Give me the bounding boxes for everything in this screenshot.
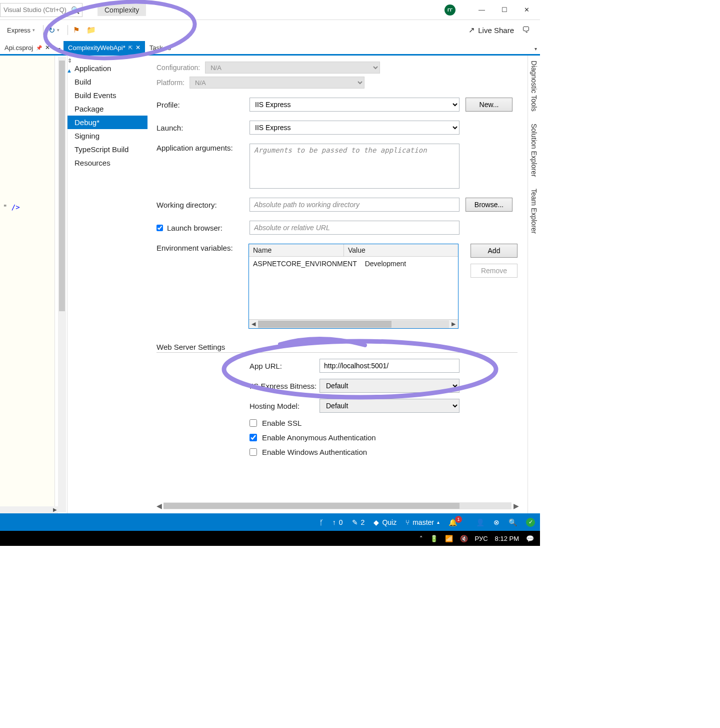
document-tab-strip: Api.csproj 📌 ✕ ▾ ComplexityWebApi* ⇱ ✕ T… bbox=[0, 40, 540, 54]
tab-list-dropdown[interactable]: ▾ bbox=[531, 43, 540, 54]
feedback-button[interactable]: 🗨 bbox=[520, 25, 532, 36]
refresh-button[interactable]: ↻ ▾ bbox=[46, 25, 62, 36]
close-icon[interactable]: ✕ bbox=[136, 44, 140, 51]
tool-button-2[interactable]: 📁 bbox=[84, 25, 98, 36]
app-url-input[interactable] bbox=[320, 359, 460, 373]
property-page-nav: Application Build Build Events Package D… bbox=[68, 56, 148, 513]
hosting-model-label: Hosting Model: bbox=[250, 402, 320, 410]
status-cloud-icon[interactable]: ⊗ bbox=[494, 518, 500, 526]
hosting-model-select[interactable]: Default bbox=[320, 399, 460, 413]
doc-tab-csproj[interactable]: Api.csproj 📌 ✕ bbox=[0, 41, 54, 54]
workdir-input[interactable] bbox=[250, 198, 460, 212]
refresh-icon: ↻ bbox=[48, 26, 55, 35]
tab-overflow-btn[interactable]: ▾ bbox=[54, 43, 64, 54]
left-editor-gutter: ▶ " /> ⇕ ▲ bbox=[0, 56, 68, 513]
launch-browser-label: Launch browser: bbox=[167, 224, 222, 232]
nav-build[interactable]: Build bbox=[68, 75, 148, 89]
nav-resources[interactable]: Resources bbox=[68, 156, 148, 170]
nav-typescript-build[interactable]: TypeScript Build bbox=[68, 143, 148, 156]
live-share-button[interactable]: ↗ Live Share bbox=[468, 26, 514, 35]
env-row[interactable]: ASPNETCORE_ENVIRONMENT Development bbox=[249, 257, 458, 271]
iis-bitness-select[interactable]: Default bbox=[320, 379, 460, 393]
browse-button[interactable]: Browse... bbox=[466, 198, 512, 212]
magnify-icon: 🔍 bbox=[508, 518, 517, 526]
env-horizontal-scrollbar[interactable]: ◀ ▶ bbox=[249, 319, 458, 328]
profile-select[interactable]: IIS Express bbox=[250, 98, 460, 112]
status-orange-icon[interactable]: 👤 bbox=[476, 518, 484, 526]
nav-package[interactable]: Package bbox=[68, 102, 148, 116]
vtab-team-explorer[interactable]: Team Explorer bbox=[528, 184, 540, 239]
account-avatar[interactable]: ГГ bbox=[444, 5, 456, 16]
enable-anon-label: Enable Anonymous Authentication bbox=[262, 433, 376, 442]
minimize-button[interactable]: — bbox=[470, 3, 493, 18]
nav-application[interactable]: Application bbox=[68, 62, 148, 75]
run-config-dropdown[interactable]: Express ▾ bbox=[5, 26, 37, 35]
close-icon[interactable]: ✕ bbox=[45, 44, 50, 51]
expand-up-icon[interactable]: ▲ bbox=[66, 68, 72, 74]
battery-icon[interactable]: 🔋 bbox=[430, 535, 438, 542]
enable-ssl-label: Enable SSL bbox=[262, 419, 302, 427]
quick-launch-input[interactable] bbox=[0, 3, 82, 17]
configuration-select: N/A bbox=[205, 62, 380, 74]
enable-winauth-checkbox[interactable] bbox=[250, 448, 257, 456]
chevron-down-icon: ▾ bbox=[57, 28, 60, 33]
nav-build-events[interactable]: Build Events bbox=[68, 89, 148, 102]
iis-bitness-label: IIS Express Bitness: bbox=[250, 382, 320, 390]
launch-label: Launch: bbox=[156, 124, 250, 132]
pending-changes[interactable]: ✎ 2 bbox=[352, 518, 365, 526]
nav-debug[interactable]: Debug* bbox=[68, 116, 148, 129]
doc-tab-active[interactable]: ComplexityWebApi* ⇱ ✕ bbox=[64, 41, 145, 54]
enable-winauth-label: Enable Windows Authentication bbox=[262, 448, 367, 456]
notifications-bell[interactable]: 🔔 1 bbox=[448, 518, 467, 526]
enable-anon-checkbox[interactable] bbox=[250, 434, 257, 441]
clock[interactable]: 8:12 PM bbox=[495, 535, 519, 542]
git-pull-requests[interactable]: ᚶ bbox=[320, 518, 324, 526]
language-indicator[interactable]: РУС bbox=[475, 535, 488, 542]
cloud-sync-icon: ⊗ bbox=[494, 518, 500, 526]
launch-browser-checkbox[interactable] bbox=[156, 225, 163, 231]
doc-tab-taskcs[interactable]: Task.cs bbox=[145, 41, 176, 54]
nav-signing[interactable]: Signing bbox=[68, 129, 148, 143]
volume-mute-icon[interactable]: 🔇 bbox=[460, 535, 468, 542]
close-window-button[interactable]: ✕ bbox=[516, 3, 538, 18]
folder-icon: 📁 bbox=[86, 26, 96, 35]
vtab-solution-explorer[interactable]: Solution Explorer bbox=[528, 119, 540, 182]
pencil-icon: ✎ bbox=[352, 518, 358, 526]
pin-icon[interactable]: ⇱ bbox=[128, 45, 132, 51]
property-page-content: Configuration: N/A Platform: N/A Profile… bbox=[148, 56, 528, 513]
diamond-icon: ◆ bbox=[374, 518, 379, 526]
repo-indicator[interactable]: ◆ Quiz bbox=[374, 518, 396, 526]
pull-request-icon: ᚶ bbox=[320, 518, 324, 526]
arrow-up-icon: ↑ bbox=[332, 518, 336, 526]
enable-ssl-checkbox[interactable] bbox=[250, 419, 257, 427]
vtab-diagnostic-tools[interactable]: Diagnostic Tools bbox=[528, 56, 540, 117]
app-args-label: Application arguments: bbox=[156, 144, 250, 152]
left-horizontal-scrollbar[interactable]: ▶ bbox=[0, 506, 58, 513]
git-unpushed[interactable]: ↑ 0 bbox=[332, 518, 343, 526]
web-server-section-header: Web Server Settings bbox=[156, 343, 518, 353]
content-horizontal-scrollbar[interactable]: ◀ ▶ bbox=[154, 501, 520, 510]
check-icon: ✓ bbox=[526, 518, 535, 527]
status-zoom-icon[interactable]: 🔍 bbox=[508, 518, 517, 526]
tray-chevron-icon[interactable]: ˄ bbox=[420, 535, 423, 542]
new-profile-button[interactable]: New... bbox=[466, 98, 512, 112]
pin-icon[interactable]: 📌 bbox=[36, 45, 42, 51]
env-name-header: Name bbox=[249, 244, 344, 256]
launch-browser-url-input[interactable] bbox=[250, 221, 460, 235]
tool-button-1[interactable]: ⚑ bbox=[71, 25, 82, 36]
launch-select[interactable]: IIS Express bbox=[250, 121, 460, 135]
platform-label: Platform: bbox=[156, 79, 184, 87]
env-vars-table[interactable]: Name Value ASPNETCORE_ENVIRONMENT Develo… bbox=[248, 244, 458, 329]
branch-indicator[interactable]: ⑂ master ▴ bbox=[406, 518, 440, 526]
wifi-icon[interactable]: 📶 bbox=[445, 535, 453, 542]
search-icon[interactable]: 🔍 bbox=[71, 6, 80, 14]
maximize-button[interactable]: ☐ bbox=[493, 3, 516, 18]
action-center-icon[interactable]: 💬 bbox=[526, 535, 534, 542]
split-handle[interactable]: ⇕ bbox=[68, 58, 72, 64]
left-vertical-scrollbar[interactable] bbox=[58, 57, 66, 512]
status-ready: ✓ bbox=[526, 518, 535, 527]
share-icon: ↗ bbox=[468, 26, 475, 35]
quick-launch-wrap: 🔍 bbox=[0, 3, 82, 17]
add-env-button[interactable]: Add bbox=[470, 244, 518, 258]
app-args-input[interactable] bbox=[250, 144, 460, 189]
